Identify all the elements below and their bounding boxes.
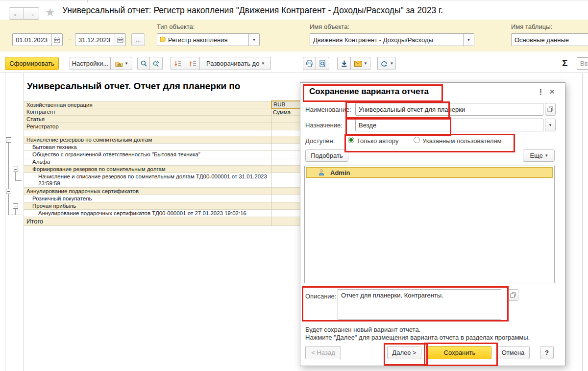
pick-users-button[interactable]: Подобрать xyxy=(305,149,348,162)
selected-cell-rub[interactable]: RUB xyxy=(271,100,301,109)
nav-button-group: ← → xyxy=(9,7,39,20)
dialog-menu-icon[interactable]: ⋮ xyxy=(537,88,544,97)
close-icon[interactable]: × xyxy=(549,86,555,97)
print-button[interactable] xyxy=(303,57,316,70)
table-spacer-row xyxy=(24,130,306,136)
name-value[interactable]: Универсальный отчет для планерки xyxy=(356,103,543,115)
collapse-group-toggle[interactable] xyxy=(13,167,18,172)
save-button[interactable]: Сохранить xyxy=(428,346,491,359)
purpose-combobox[interactable]: Везде xyxy=(355,119,543,131)
table-name-label: Имя таблицы: xyxy=(511,23,552,30)
radio-author-only[interactable] xyxy=(348,137,354,143)
radio-specified-users[interactable] xyxy=(414,137,420,143)
tree-line xyxy=(15,172,16,180)
back-step-button[interactable]: < Назад xyxy=(305,346,341,359)
object-type-dropdown-button[interactable]: ▾ xyxy=(248,34,259,46)
send-email-button[interactable]: ▾ xyxy=(351,57,370,70)
favorite-star-icon[interactable]: ★ xyxy=(45,6,55,19)
object-name-value[interactable]: Движения Контрагент - Доходы/Расходы xyxy=(310,34,463,46)
toolbar-divider xyxy=(0,73,588,73)
table-row-group[interactable]: Начисление резервов по сомнительным долг… xyxy=(24,136,306,144)
radio-users-label[interactable]: Указанным пользователям xyxy=(422,137,501,145)
date-from-value[interactable]: 01.01.2023 xyxy=(13,34,51,46)
envelope-icon xyxy=(354,61,362,67)
date-to-calendar-button[interactable] xyxy=(115,34,125,46)
users-list[interactable]: Admin xyxy=(304,166,555,283)
collapse-group-toggle[interactable] xyxy=(6,137,11,143)
tree-line xyxy=(8,215,22,215)
expand-to-button[interactable]: Разворачивать до ▾ xyxy=(200,57,271,70)
filter-bar: 01.01.2023 – 31.12.2023 ... Тип объекта: xyxy=(0,20,588,51)
search-button[interactable] xyxy=(137,57,150,70)
expand-groups-button[interactable] xyxy=(185,57,200,70)
settings-button[interactable]: Настройки... xyxy=(70,57,111,70)
table-row[interactable]: Начисление и списание резервов по сомнит… xyxy=(24,173,306,188)
name-open-button[interactable] xyxy=(545,103,556,116)
user-row-selected[interactable]: Admin xyxy=(306,167,553,178)
search-icon xyxy=(140,60,147,67)
print-preview-button[interactable] xyxy=(316,57,329,70)
collapse-groups-button[interactable] xyxy=(171,57,185,70)
collapse-group-toggle[interactable] xyxy=(6,189,11,194)
more-button[interactable]: Еще ▾ xyxy=(523,149,555,162)
period-more-button[interactable]: ... xyxy=(131,33,145,46)
table-row[interactable]: Бытовая техника xyxy=(24,144,306,151)
settings-label: Настройки... xyxy=(72,60,109,67)
help-button[interactable]: ? xyxy=(540,346,554,359)
name-input[interactable]: Универсальный отчет для планерки xyxy=(355,103,543,116)
forward-button[interactable]: → xyxy=(24,7,39,20)
generate-button[interactable]: Сформировать xyxy=(5,57,59,70)
description-open-button[interactable] xyxy=(508,289,518,301)
table-row[interactable]: Розничный покупатель xyxy=(24,195,306,202)
table-name-field[interactable]: Основные данные xyxy=(511,33,588,46)
table-row-group[interactable]: Прочая прибыль xyxy=(24,202,306,210)
table-header-row[interactable]: Контрагент Сумма xyxy=(24,108,306,116)
description-textarea[interactable]: Отчет для планерки. Контрагенты. xyxy=(338,289,501,320)
date-to-field[interactable]: 31.12.2023 xyxy=(75,33,126,46)
row-text: Бытовая техника xyxy=(24,144,77,150)
table-row-group[interactable]: Формирование резервов по сомнительным до… xyxy=(24,166,306,173)
open-in-window-icon xyxy=(547,106,553,112)
preview-icon xyxy=(318,60,326,67)
table-row-group[interactable]: Аннулирование подарочных сертификатов xyxy=(24,188,306,195)
radio-author-label[interactable]: Только автору xyxy=(357,137,398,145)
table-header-row[interactable]: Хозяйственная операция xyxy=(24,101,306,108)
purpose-value[interactable]: Везде xyxy=(356,119,543,131)
cancel-button[interactable]: Отмена xyxy=(496,346,530,359)
autosum-sigma-icon[interactable]: Σ xyxy=(562,58,567,69)
name-label: Наименование: xyxy=(305,106,351,113)
chevron-down-icon: ▾ xyxy=(391,61,393,66)
header-cell: Регистратор xyxy=(24,124,59,129)
object-type-value[interactable]: Регистр накопления xyxy=(168,34,248,46)
object-name-label: Имя объекта: xyxy=(310,23,349,30)
next-step-button[interactable]: Далее > xyxy=(387,346,421,359)
date-from-calendar-button[interactable] xyxy=(51,34,62,46)
report-variants-button[interactable]: ▾ xyxy=(111,57,132,70)
header-cell: Контрагент xyxy=(24,109,55,115)
page-title: Универсальный отчет: Регистр накопления … xyxy=(62,5,443,16)
sum-input-field[interactable]: Вв xyxy=(577,57,588,70)
table-header-row[interactable]: Регистратор xyxy=(24,123,306,130)
cancel-search-button[interactable] xyxy=(150,57,163,70)
chevron-down-icon: ▾ xyxy=(545,153,548,158)
object-name-dropdown-button[interactable]: ▾ xyxy=(463,34,474,46)
top-divider xyxy=(0,0,588,0)
calendar-icon xyxy=(54,37,60,43)
purpose-dropdown-button[interactable]: ▾ xyxy=(545,119,556,131)
object-type-combobox[interactable]: Регистр накопления ▾ xyxy=(157,33,260,46)
table-row[interactable]: Аннулирование подарочных сертификатов ТД… xyxy=(24,210,306,217)
table-row[interactable]: Общество с ограниченной ответственностью… xyxy=(24,151,306,158)
object-name-combobox[interactable]: Движения Контрагент - Доходы/Расходы ▾ xyxy=(310,33,474,46)
date-from-field[interactable]: 01.01.2023 xyxy=(12,33,63,46)
collapse-group-toggle[interactable] xyxy=(13,203,18,209)
table-row[interactable]: Альфа xyxy=(24,158,306,166)
table-total-row[interactable]: Итого xyxy=(24,217,306,226)
report-history-button[interactable]: ▾ xyxy=(377,57,396,70)
row-text: Розничный покупатель xyxy=(24,196,92,201)
table-header-row[interactable]: Статья xyxy=(24,116,306,123)
save-file-button[interactable] xyxy=(337,57,351,70)
table-name-value[interactable]: Основные данные xyxy=(512,34,588,46)
chevron-down-icon: ▾ xyxy=(253,38,255,42)
back-button[interactable]: ← xyxy=(9,7,24,20)
date-to-value[interactable]: 31.12.2023 xyxy=(75,34,115,46)
